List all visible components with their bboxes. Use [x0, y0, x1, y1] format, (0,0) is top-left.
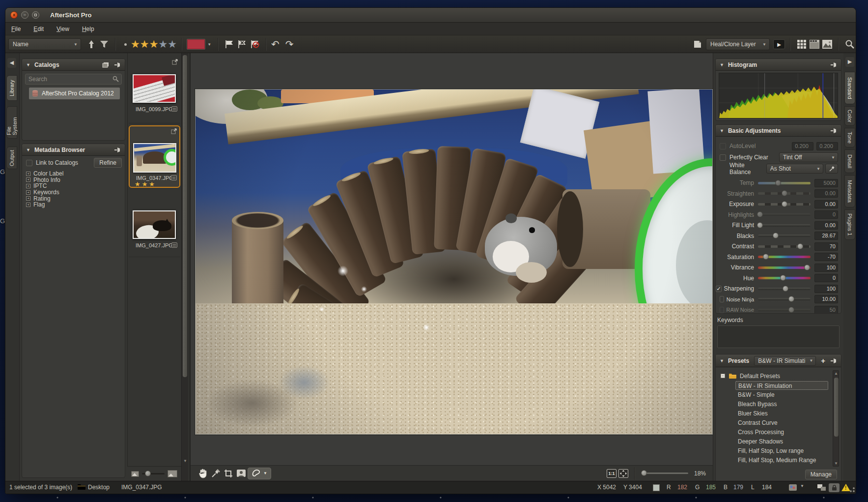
rating-star-1[interactable]: ★: [131, 39, 140, 49]
title-bar[interactable]: x − AfterShot Pro: [5, 8, 856, 23]
preset-item[interactable]: Fill, One Stop, Wide Range: [735, 465, 828, 467]
thumbnail-image-cat[interactable]: [133, 210, 176, 239]
tab-library[interactable]: Library: [6, 75, 17, 101]
color-label-swatch[interactable]: [187, 39, 205, 50]
detach-icon[interactable]: [171, 128, 177, 134]
noise-ninja-checkbox[interactable]: [720, 296, 724, 302]
tree-expand-icon[interactable]: +: [26, 203, 30, 207]
large-thumbnails-icon[interactable]: [168, 470, 177, 477]
menu-help[interactable]: Help: [82, 26, 94, 32]
tree-item-keywords[interactable]: +Keywords: [26, 189, 63, 196]
minimize-button[interactable]: −: [21, 11, 28, 19]
pin-icon[interactable]: [830, 128, 837, 134]
tab-plugins[interactable]: Plugins 1: [844, 209, 855, 240]
vibrance-slider[interactable]: [758, 266, 811, 269]
eyedropper-icon[interactable]: [209, 468, 222, 479]
slider-knob[interactable]: [775, 180, 781, 186]
autolevel-value-2[interactable]: 0.200: [816, 142, 838, 150]
preset-item[interactable]: Cross Processing: [735, 428, 828, 437]
rating-star-3[interactable]: ★: [149, 39, 159, 49]
flag-pick-icon[interactable]: [223, 38, 236, 51]
image-view-icon[interactable]: [821, 38, 834, 51]
thumbnail-view-icon[interactable]: [795, 38, 808, 51]
catalog-item[interactable]: AfterShot Pro Catalog 2012: [29, 88, 120, 99]
new-catalog-icon[interactable]: [102, 62, 109, 68]
layer-mode-dropdown[interactable]: Heal/Clone Layer ▼: [706, 38, 770, 50]
preset-item[interactable]: B&W - IR Simulation: [735, 381, 828, 390]
scrollbar-thumb[interactable]: [183, 55, 187, 377]
noise-ninja-slider[interactable]: [758, 298, 811, 300]
hue-slider[interactable]: [758, 277, 811, 279]
slideshow-button[interactable]: ▶: [773, 38, 785, 51]
hue-value[interactable]: 0: [814, 274, 838, 282]
thumbnail-size-slider[interactable]: [142, 473, 165, 474]
actual-size-button[interactable]: 1:1: [607, 469, 616, 478]
perfectly-clear-dropdown[interactable]: Tint Off ▼: [779, 152, 838, 162]
new-layer-icon[interactable]: [691, 38, 704, 51]
link-to-catalogs-checkbox[interactable]: [26, 160, 32, 166]
tree-collapse-icon[interactable]: −: [721, 374, 725, 378]
slider-knob[interactable]: [788, 296, 794, 302]
close-button[interactable]: x: [10, 11, 18, 19]
tree-expand-icon[interactable]: +: [26, 172, 30, 176]
saturation-value[interactable]: -70: [814, 253, 838, 261]
photo-preview[interactable]: [195, 89, 713, 435]
vibrance-value[interactable]: 100: [814, 264, 838, 272]
pin-icon[interactable]: [114, 62, 121, 68]
resize-grip[interactable]: [850, 487, 855, 492]
preset-item[interactable]: B&W - Simple: [735, 390, 828, 399]
basic-adjustments-header[interactable]: ▼ Basic Adjustments: [716, 125, 841, 137]
tab-detail[interactable]: Detail: [844, 149, 855, 173]
blacks-value[interactable]: 28.67: [814, 232, 838, 240]
collapse-panel-icon[interactable]: ▼: [720, 358, 724, 363]
white-balance-eyedropper-button[interactable]: [825, 164, 838, 174]
slider-knob[interactable]: [145, 471, 151, 476]
refine-button[interactable]: Refine: [94, 158, 122, 168]
fill-light-slider[interactable]: [758, 224, 811, 227]
proof-frames-icon[interactable]: [817, 484, 826, 491]
scroll-up-icon[interactable]: ▲: [833, 371, 840, 376]
warning-icon[interactable]: !: [841, 484, 850, 491]
thumbnail-cell[interactable]: IMG_0099.JPG: [129, 55, 180, 123]
tab-output[interactable]: Output: [6, 147, 17, 169]
presets-dropdown[interactable]: B&W - IR Simulation ▼: [754, 356, 816, 366]
preset-item[interactable]: Fill, Half Stop, Medium Range: [735, 456, 828, 465]
pin-icon[interactable]: [830, 358, 837, 364]
pin-icon[interactable]: [830, 62, 837, 68]
thumbnail-rating[interactable]: ★★★: [135, 180, 156, 188]
saturation-slider[interactable]: [758, 256, 811, 258]
raw-noise-slider[interactable]: [758, 309, 811, 311]
pan-hand-icon[interactable]: [196, 468, 209, 479]
chevron-down-icon[interactable]: ▼: [800, 484, 804, 488]
slider-knob[interactable]: [804, 265, 810, 270]
preset-item[interactable]: Fill, Half Stop, Low range: [735, 446, 828, 455]
detach-icon[interactable]: [172, 59, 178, 65]
exposure-value[interactable]: 0.00: [814, 200, 838, 208]
slider-knob[interactable]: [788, 307, 794, 313]
tab-file-system[interactable]: File System: [6, 106, 17, 139]
highlights-value[interactable]: 0: [814, 210, 838, 219]
zoom-slider-knob[interactable]: [641, 470, 647, 476]
maximize-button[interactable]: [32, 11, 39, 19]
slider-knob[interactable]: [797, 243, 803, 249]
slider-knob[interactable]: [782, 190, 787, 196]
preset-item[interactable]: Deeper Shadows: [735, 437, 828, 446]
menu-edit[interactable]: Edit: [33, 26, 44, 32]
sort-by-dropdown[interactable]: Name ▼: [8, 38, 81, 50]
raw-noise-checkbox[interactable]: [720, 307, 724, 313]
flag-reject-icon[interactable]: [236, 38, 249, 51]
filter-funnel-icon[interactable]: [98, 38, 111, 51]
crop-icon[interactable]: [222, 468, 235, 479]
color-label-dropdown-icon[interactable]: ▼: [207, 42, 211, 47]
tree-item-flag[interactable]: +Flag: [26, 202, 63, 208]
scroll-down-icon[interactable]: ▼: [833, 461, 840, 466]
rating-none-dot[interactable]: [124, 43, 127, 46]
collapse-panel-icon[interactable]: ▼: [26, 148, 30, 152]
tree-expand-icon[interactable]: +: [26, 184, 30, 188]
thumbnail-cell-selected[interactable]: IMG_0347.JPG ★★★: [129, 125, 180, 188]
autolevel-value-1[interactable]: 0.200: [792, 142, 813, 150]
collapse-panel-icon[interactable]: ▼: [26, 62, 30, 67]
presets-folder-row[interactable]: − Default Presets: [721, 371, 830, 381]
raw-noise-value[interactable]: 50: [814, 306, 838, 314]
small-thumbnails-icon[interactable]: [131, 471, 139, 477]
